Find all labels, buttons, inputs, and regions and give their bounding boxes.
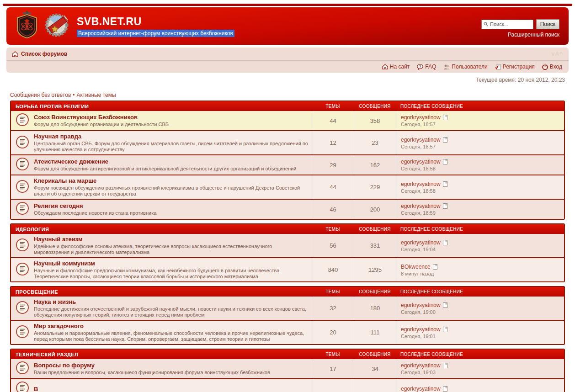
forum-description: Центральный орган СВБ. Форум для обсужде… [34, 141, 308, 153]
lastpost-user-link[interactable]: egorkrysyatinow [401, 159, 441, 165]
lastpost-user-link[interactable]: BOkweence [401, 264, 431, 270]
topics-count: 44 [312, 175, 354, 199]
lastpost-user-link[interactable]: egorkrysyatinow [401, 386, 441, 392]
last-post-cell: BOkweence8 минут назад [396, 258, 564, 281]
forum-cell: Научный коммунизмНаучные и философские п… [11, 258, 312, 281]
forum-title-link[interactable]: Научная правда [34, 133, 308, 140]
column-header-last-post: ПОСЛЕДНЕЕ СООБЩЕНИЕ [396, 104, 564, 109]
lastpost-user-link[interactable]: egorkrysyatinow [401, 203, 441, 209]
nav-link-faq[interactable]: ? FAQ [417, 64, 436, 70]
forum-title-link[interactable]: Вопросы по форуму [34, 362, 270, 369]
jump-to-post-icon[interactable] [443, 363, 447, 368]
forum-info: Научная правдаЦентральный орган СВБ. Фор… [34, 133, 308, 153]
lastpost-user-link[interactable]: egorkrysyatinow [401, 181, 441, 187]
last-post-user-line: egorkrysyatinow [401, 159, 559, 165]
topics-count: 840 [312, 258, 354, 281]
unanswered-posts-link[interactable]: Сообщения без ответов [10, 92, 71, 98]
forum-title-link[interactable]: Атеистическое движение [34, 158, 296, 165]
forum-title-link[interactable]: Научный коммунизм [34, 260, 308, 267]
posts-count: 200 [354, 200, 396, 219]
lastpost-time: Сегодня, 19:04 [401, 247, 559, 252]
forum-cell: Союз Воинствующих БезбожниковФорум для о… [11, 111, 312, 130]
jump-to-post-icon[interactable] [443, 327, 447, 332]
lastpost-user-link[interactable]: egorkrysyatinow [401, 239, 441, 246]
lastpost-time: Сегодня, 19:01 [401, 334, 559, 339]
forum-title-link[interactable]: Союз Воинствующих Безбожников [34, 114, 169, 121]
forum-row: Научный атеизмИдейные и философские осно… [11, 234, 564, 257]
forum-title-link[interactable]: Наука и жизнь [34, 298, 308, 305]
forum-title-link[interactable]: Мир загадочного [34, 323, 308, 329]
forum-cell: Научный атеизмИдейные и философские осно… [11, 234, 312, 257]
topics-count: 29 [312, 155, 354, 175]
jump-to-post-icon[interactable] [433, 264, 437, 270]
forum-cell: Атеистическое движениеФорум для обсужден… [11, 155, 312, 175]
lastpost-user-link[interactable]: egorkrysyatinow [401, 137, 441, 143]
jump-to-post-icon[interactable] [443, 240, 447, 245]
last-post-user-line: egorkrysyatinow [401, 137, 559, 143]
posts-count: 331 [354, 234, 396, 257]
svb-shield-logo [15, 11, 39, 41]
forum-description: Форум для обсуждения организации и деяте… [34, 122, 169, 127]
nav-link-users[interactable]: Пользователи [443, 64, 487, 70]
lastpost-user-link[interactable]: egorkrysyatinow [401, 326, 441, 333]
lastpost-time: Сегодня, 18:58 [401, 166, 559, 171]
jump-to-post-icon[interactable] [443, 181, 447, 187]
font-size-widget[interactable]: vA^ [552, 51, 563, 57]
last-post-cell: egorkrysyatinowСегодня, 19:00 [396, 297, 564, 320]
forum-title-link[interactable]: Клерикалы на марше [34, 177, 308, 184]
forum-cell: Наука и жизньПоследние достижения отечес… [11, 297, 312, 320]
lastpost-time: Сегодня, 18:59 [401, 210, 559, 216]
jump-to-post-icon[interactable] [443, 115, 447, 120]
forum-row: Атеистическое движениеФорум для обсужден… [11, 154, 564, 175]
column-header-topics: ТЕМЫ [312, 227, 354, 232]
topics-count: 17 [312, 359, 354, 378]
home-icon [382, 64, 388, 69]
jump-to-post-icon[interactable] [443, 159, 447, 164]
search-input[interactable] [490, 21, 531, 27]
forum-description: Научные и философские предпосылки коммун… [34, 268, 308, 280]
topics-count: 32 [312, 297, 354, 320]
column-header-last-post: ПОСЛЕДНЕЕ СООБЩЕНИЕ [396, 289, 564, 294]
forum-category-block: ПРОСВЕЩЕНИЕТЕМЫСООБЩЕНИЯПОСЛЕДНЕЕ СООБЩЕ… [10, 286, 565, 345]
forum-title-link[interactable]: В [34, 386, 38, 392]
forum-info: В [34, 386, 38, 392]
jump-to-post-icon[interactable] [443, 203, 447, 209]
forum-cell: В [11, 379, 312, 392]
forum-info: Союз Воинствующих БезбожниковФорум для о… [34, 114, 169, 127]
forum-row: Союз Воинствующих БезбожниковФорум для о… [11, 111, 564, 130]
lastpost-user-link[interactable]: egorkrysyatinow [401, 114, 441, 121]
search-box[interactable] [481, 20, 533, 29]
nav-link-register[interactable]: Регистрация [495, 64, 535, 70]
lastpost-user-link[interactable]: egorkrysyatinow [401, 302, 441, 308]
advanced-search-link[interactable]: Расширенный поиск [508, 32, 559, 38]
last-post-cell: egorkrysyatinowСегодня, 19:01 [396, 321, 564, 344]
topics-count: 12 [312, 131, 354, 154]
forum-cell: Мир загадочногоАномальные и паранормальн… [11, 321, 312, 344]
active-topics-link[interactable]: Активные темы [76, 92, 116, 98]
jump-to-post-icon[interactable] [443, 137, 447, 143]
forum-topic-icon [16, 238, 29, 254]
posts-count: 229 [354, 175, 396, 199]
lastpost-time: Сегодня, 18:57 [401, 122, 559, 127]
site-title-link[interactable]: SVB.NET.RU Всероссийский интернет-форум … [77, 16, 234, 37]
forum-title-link[interactable]: Религия сегодня [34, 202, 156, 209]
forum-description: Обсуждаем последние новости из стана про… [34, 210, 156, 216]
forum-cell: Вопросы по форумуВаши предложения и вопр… [11, 359, 312, 378]
category-header: БОРЬБА ПРОТИВ РЕЛИГИИТЕМЫСООБЩЕНИЯПОСЛЕД… [11, 101, 564, 111]
forum-title-link[interactable]: Научный атеизм [34, 236, 308, 243]
forum-cell: Научная правдаЦентральный орган СВБ. Фор… [11, 131, 312, 154]
breadcrumb-forum-list[interactable]: Список форумов [21, 51, 67, 57]
lastpost-user-link[interactable]: egorkrysyatinow [401, 362, 441, 369]
column-header-posts: СООБЩЕНИЯ [354, 104, 396, 109]
forum-cell: Религия сегодняОбсуждаем последние новос… [11, 200, 312, 219]
forum-info: Научный коммунизмНаучные и философские п… [34, 260, 308, 280]
current-time: Текущее время: 20 ноя 2012, 20:23 [10, 77, 565, 83]
jump-to-post-icon[interactable] [443, 386, 447, 392]
posts-count: 111 [354, 321, 396, 344]
jump-to-post-icon[interactable] [443, 302, 447, 308]
forum-topic-icon [16, 180, 29, 195]
nav-link-login[interactable]: Вход [542, 64, 562, 70]
topics-count: 20 [312, 321, 354, 344]
nav-link-site[interactable]: На сайт [382, 64, 410, 70]
search-button[interactable]: Поиск [536, 19, 559, 29]
